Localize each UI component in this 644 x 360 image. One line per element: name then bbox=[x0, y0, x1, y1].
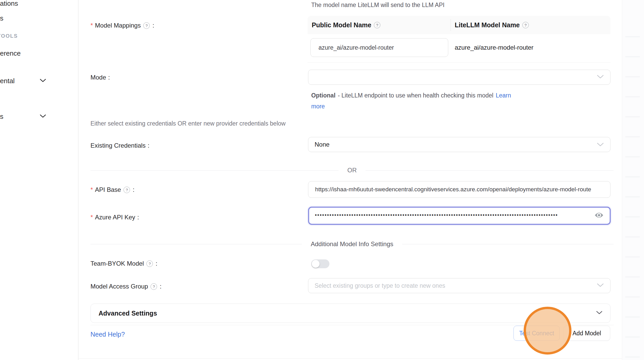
required-asterisk: * bbox=[90, 22, 93, 29]
azure-api-key-input[interactable]: ••••••••••••••••••••••••••••••••••••••••… bbox=[308, 207, 611, 225]
sidebar-section-header: TOOLS bbox=[0, 33, 18, 39]
chevron-down-icon bbox=[596, 311, 602, 316]
column-header-litellm-model-name: LiteLLM Model Name ? bbox=[451, 21, 610, 29]
credentials-note: Either select existing credentials OR en… bbox=[90, 120, 285, 127]
additional-settings-divider: Additional Model Info Settings bbox=[90, 240, 614, 248]
help-icon[interactable]: ? bbox=[374, 22, 380, 28]
background-skeleton-lines bbox=[625, 17, 640, 360]
mode-select[interactable] bbox=[308, 70, 610, 85]
model-access-group-label: Model Access Group ? : bbox=[90, 283, 161, 290]
chevron-down-icon bbox=[40, 79, 46, 83]
model-mappings-table-header: Public Model Name ? LiteLLM Model Name ? bbox=[308, 16, 610, 34]
required-asterisk: * bbox=[90, 187, 93, 193]
test-connect-button[interactable]: Test Connect bbox=[513, 326, 560, 341]
api-base-label: * API Base ? : bbox=[90, 186, 134, 193]
sidebar-item[interactable]: s bbox=[0, 14, 3, 22]
add-model-button[interactable]: Add Model bbox=[563, 326, 610, 341]
sidebar: ations s TOOLS erence ental s bbox=[0, 0, 79, 360]
need-help-link[interactable]: Need Help? bbox=[90, 331, 125, 338]
mode-label: Mode : bbox=[90, 74, 110, 81]
existing-credentials-value: None bbox=[315, 141, 329, 148]
required-asterisk: * bbox=[90, 214, 93, 220]
help-icon[interactable]: ? bbox=[151, 283, 157, 290]
learn-more-link[interactable]: Learn bbox=[496, 92, 511, 99]
model-mappings-label: * Model Mappings ? : bbox=[90, 22, 154, 29]
model-access-group-select[interactable]: Select existing groups or type to create… bbox=[308, 278, 610, 293]
content-bottom-border bbox=[79, 358, 622, 359]
help-icon[interactable]: ? bbox=[143, 22, 150, 29]
chevron-down-icon bbox=[597, 283, 604, 288]
existing-credentials-label: Existing Credentials : bbox=[90, 142, 149, 149]
advanced-settings-panel[interactable]: Advanced Settings bbox=[90, 304, 610, 323]
azure-api-key-label: * Azure API Key : bbox=[90, 214, 139, 221]
team-byok-label: Team-BYOK Model ? : bbox=[90, 260, 157, 267]
mode-hint: Optional- LiteLLM endpoint to use when h… bbox=[311, 90, 550, 112]
learn-more-link[interactable]: more bbox=[311, 103, 325, 110]
footer-divider bbox=[90, 325, 614, 325]
sidebar-item-label: erence bbox=[0, 49, 21, 57]
model-access-group-placeholder: Select existing groups or type to create… bbox=[315, 282, 445, 289]
litellm-model-name-value: azure_ai/azure-model-router bbox=[455, 38, 534, 57]
sidebar-item-label: ental bbox=[0, 77, 15, 85]
model-name-hint: The model name LiteLLM will send to the … bbox=[311, 2, 445, 9]
background-panel-strip bbox=[622, 0, 644, 360]
help-icon[interactable]: ? bbox=[146, 260, 153, 267]
sidebar-item-label: ations bbox=[0, 0, 18, 7]
column-divider bbox=[451, 19, 451, 31]
sidebar-item[interactable]: s bbox=[0, 113, 3, 121]
eye-icon[interactable] bbox=[594, 212, 604, 220]
chevron-down-icon bbox=[597, 75, 604, 80]
toggle-knob bbox=[312, 260, 320, 268]
sidebar-item-label: s bbox=[0, 113, 3, 120]
sidebar-item[interactable]: ental bbox=[0, 77, 15, 85]
or-divider: OR bbox=[90, 166, 614, 174]
sidebar-item-label: s bbox=[0, 14, 3, 22]
column-header-public-model-name: Public Model Name ? bbox=[308, 21, 451, 29]
chevron-down-icon bbox=[40, 114, 46, 119]
team-byok-toggle[interactable] bbox=[311, 259, 329, 268]
model-mappings-table: Public Model Name ? LiteLLM Model Name ?… bbox=[308, 16, 610, 63]
existing-credentials-select[interactable]: None bbox=[308, 137, 610, 152]
sidebar-item[interactable]: erence bbox=[0, 49, 21, 57]
help-icon[interactable]: ? bbox=[123, 187, 130, 193]
help-icon[interactable]: ? bbox=[522, 22, 529, 28]
public-model-name-input[interactable]: azure_ai/azure-model-router bbox=[310, 38, 448, 57]
sidebar-item[interactable]: ations bbox=[0, 0, 18, 8]
advanced-settings-title: Advanced Settings bbox=[99, 310, 157, 317]
chevron-down-icon bbox=[597, 141, 604, 148]
api-base-input[interactable]: https://ishaa-mh6uutut-swedencentral.cog… bbox=[308, 181, 610, 198]
masked-password-dots: ••••••••••••••••••••••••••••••••••••••••… bbox=[315, 212, 558, 218]
